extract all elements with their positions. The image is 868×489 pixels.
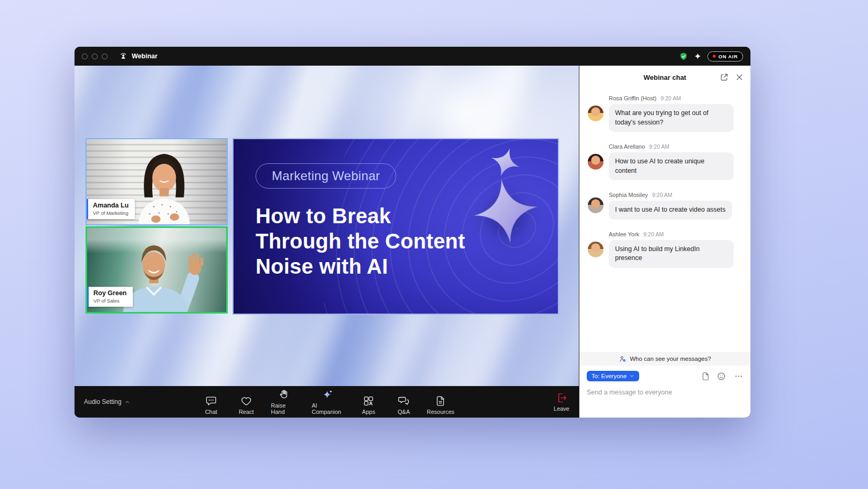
title-bar: Webinar ON AIR [75, 47, 750, 66]
name-tag-amanda: Amanda Lu VP of Marketing [87, 199, 135, 219]
resources-icon [435, 396, 446, 407]
avatar [588, 106, 604, 121]
toolbar-item-label: Q&A [398, 409, 410, 415]
window-controls [82, 54, 108, 59]
video-stage: Amanda Lu VP of Marketing [75, 66, 579, 386]
toolbar-ai-companion-button[interactable]: AI Companion [312, 389, 344, 415]
ai-companion-icon [322, 389, 333, 400]
audio-setting-button[interactable]: Audio Setting [84, 398, 130, 405]
toolbar-resources-button[interactable]: Resources [428, 396, 452, 415]
toolbar-react-button[interactable]: React [236, 396, 257, 415]
message-bubble: Using AI to build my LinkedIn presence [609, 240, 734, 268]
participant-name: Roy Green [93, 289, 126, 297]
chat-message: Ashlee York 9:20 AM Using AI to build my… [588, 231, 742, 268]
apps-icon [363, 396, 374, 407]
meeting-toolbar: Audio Setting Chat [75, 386, 579, 418]
toolbar-item-label: Raise Hand [271, 402, 298, 415]
recipient-selector-label: To: Everyone [591, 373, 627, 379]
message-bubble: What are you trying to get out of today'… [609, 104, 734, 132]
slide-heading-line: Through the Content [256, 228, 465, 254]
chat-icon [206, 396, 217, 407]
window-maximize-button[interactable] [102, 54, 108, 59]
message-author: Rosa Griffin (Host) [609, 95, 657, 101]
more-options-icon[interactable] [734, 372, 743, 381]
webinar-icon [119, 52, 128, 60]
message-author: Ashlee York [609, 231, 639, 237]
visibility-note-text: Who can see your messages? [630, 356, 711, 362]
chat-message: Clara Arellano 9:20 AM How to use AI to … [588, 143, 742, 180]
leave-button[interactable]: Leave [554, 392, 569, 412]
heart-icon [241, 396, 252, 407]
webinar-chat-panel: Webinar chat [579, 66, 750, 418]
recipient-selector[interactable]: To: Everyone [587, 371, 639, 381]
message-time: 9:20 AM [661, 95, 681, 101]
message-bubble: I want to use AI to create video assets [609, 201, 732, 220]
emoji-icon[interactable] [717, 372, 726, 381]
chat-message: Rosa Griffin (Host) 9:20 AM What are you… [588, 95, 742, 132]
video-tile-amanda[interactable]: Amanda Lu VP of Marketing [86, 138, 228, 225]
avatar [588, 242, 604, 257]
message-bubble: How to use AI to create unique content [609, 152, 734, 180]
on-air-label: ON AIR [718, 54, 738, 59]
participant-name: Amanda Lu [93, 202, 129, 209]
chat-header-title: Webinar chat [643, 74, 686, 81]
toolbar-item-label: Chat [205, 409, 217, 415]
name-tag-roy: Roy Green VP of Sales [87, 287, 133, 307]
slide-sparkle-big-icon [470, 175, 542, 247]
toolbar-item-label: React [239, 409, 254, 415]
slide-heading-line: Noise with AI [256, 254, 465, 279]
on-air-dot-icon [713, 55, 716, 58]
qa-icon [398, 396, 409, 407]
window-title-group: Webinar [119, 52, 157, 60]
toolbar-item-label: Apps [362, 409, 375, 415]
toolbar-apps-button[interactable]: Apps [358, 396, 379, 415]
message-input[interactable]: Send a message to everyone [587, 389, 743, 396]
toolbar-chat-button[interactable]: Chat [200, 396, 221, 415]
message-author: Sophia Mosiley [609, 192, 648, 198]
slide-heading-line: How to Break [256, 203, 465, 228]
person-visibility-icon [619, 355, 627, 363]
leave-label: Leave [554, 405, 569, 412]
participant-title: VP of Marketing [93, 210, 129, 216]
slide-badge: Marketing Webinar [256, 163, 396, 189]
leave-icon [556, 392, 567, 403]
window-close-button[interactable] [82, 54, 88, 59]
toolbar-qa-button[interactable]: Q&A [393, 396, 414, 415]
slide-heading: How to Break Through the Content Noise w… [256, 203, 465, 279]
chat-message-list[interactable]: Rosa Griffin (Host) 9:20 AM What are you… [579, 89, 750, 352]
chevron-up-icon [124, 399, 130, 405]
attach-file-icon[interactable] [701, 372, 710, 381]
ai-sparkle-icon[interactable] [694, 53, 702, 60]
on-air-badge: ON AIR [707, 51, 743, 61]
chevron-down-icon [629, 373, 634, 379]
video-tile-roy[interactable]: Roy Green VP of Sales [86, 226, 228, 314]
avatar [588, 154, 604, 170]
message-visibility-note[interactable]: Who can see your messages? [579, 352, 750, 366]
webinar-window: Webinar ON AIR [75, 47, 750, 418]
toolbar-item-label: AI Companion [312, 402, 344, 415]
participant-title: VP of Sales [93, 298, 126, 304]
chat-header: Webinar chat [579, 66, 750, 89]
chat-composer: To: Everyone [579, 366, 750, 418]
audio-setting-label: Audio Setting [84, 398, 121, 405]
pop-out-icon[interactable] [720, 73, 728, 81]
toolbar-item-label: Resources [427, 409, 454, 415]
message-author: Clara Arellano [609, 143, 645, 150]
chat-message: Sophia Mosiley 9:20 AM I want to use AI … [588, 192, 742, 220]
window-minimize-button[interactable] [92, 54, 98, 59]
message-time: 9:20 AM [652, 192, 673, 198]
close-icon[interactable] [735, 73, 744, 81]
raise-hand-icon [279, 389, 290, 400]
message-time: 9:20 AM [649, 143, 670, 150]
security-shield-icon[interactable] [679, 52, 688, 61]
avatar [588, 197, 604, 213]
toolbar-raise-hand-button[interactable]: Raise Hand [271, 389, 298, 415]
shared-slide: Marketing Webinar How to Break Through t… [232, 138, 559, 315]
message-time: 9:20 AM [643, 231, 664, 237]
window-title: Webinar [132, 53, 157, 60]
